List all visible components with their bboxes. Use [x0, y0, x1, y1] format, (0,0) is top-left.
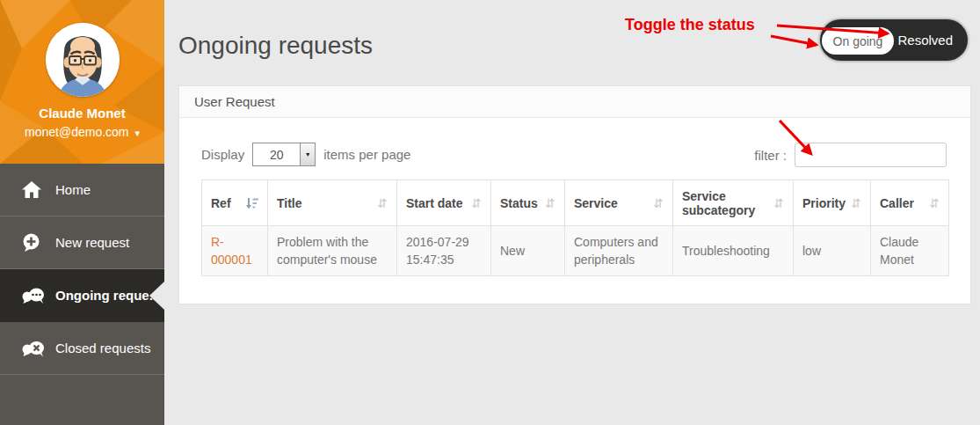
sort-icon: ⇵	[653, 196, 664, 210]
column-label: Caller	[880, 196, 914, 210]
column-label: Ref	[211, 196, 231, 210]
sidebar-item-label: Ongoing reque...	[55, 288, 160, 303]
toggle-option-ongoing[interactable]: On going	[822, 27, 894, 55]
home-icon	[22, 181, 45, 198]
sort-desc-icon	[245, 197, 258, 209]
status-toggle[interactable]: On going Resolved	[820, 19, 968, 61]
panel-title: User Request	[179, 86, 970, 118]
sort-icon: ⇵	[545, 196, 555, 210]
length-menu-prefix: Display	[201, 147, 244, 162]
length-menu-suffix: items per page	[323, 147, 410, 162]
ticket-link[interactable]: R-000001	[211, 235, 252, 267]
page-title: Ongoing requests	[178, 32, 373, 60]
column-label: Service subcategory	[682, 189, 770, 217]
sidebar-item-label: New request	[55, 235, 129, 250]
sidebar: Claude Monet monet@demo.com ▾ Home New r…	[0, 0, 164, 425]
table-header-row: Ref Title⇵ Start date⇵ Status⇵	[202, 180, 949, 226]
sort-icon: ⇵	[377, 196, 388, 210]
chevron-down-icon: ▾	[134, 128, 140, 138]
column-label: Service	[574, 196, 618, 210]
sidebar-item-label: Closed requests	[55, 341, 150, 355]
cell-ref: R-000001	[202, 226, 268, 276]
page-size-select[interactable]: 20 ▼	[252, 143, 316, 166]
column-label: Start date	[406, 196, 463, 210]
sidebar-item-new-request[interactable]: New request	[0, 216, 164, 269]
avatar-illustration	[46, 23, 120, 97]
sidebar-item-closed-requests[interactable]: Closed requests	[0, 322, 164, 375]
ongoing-requests-icon	[22, 287, 45, 304]
cell-service: Computers and peripherals	[565, 226, 673, 276]
column-header-start-date[interactable]: Start date⇵	[397, 180, 491, 226]
toggle-option-resolved[interactable]: Resolved	[897, 19, 953, 61]
filter-label: filter :	[754, 148, 787, 163]
column-header-service[interactable]: Service⇵	[565, 180, 673, 226]
sidebar-item-home[interactable]: Home	[0, 164, 164, 216]
cell-status: New	[491, 226, 565, 276]
new-request-icon	[22, 233, 45, 252]
sort-icon: ⇵	[929, 196, 940, 210]
avatar	[46, 23, 120, 97]
filter-box: filter :	[754, 143, 947, 167]
column-header-title[interactable]: Title⇵	[268, 180, 397, 226]
column-header-ref[interactable]: Ref	[202, 180, 268, 226]
cell-start-date: 2016-07-29 15:47:35	[397, 226, 491, 276]
user-request-panel: User Request Display 20 ▼ items per page…	[178, 85, 971, 304]
user-name: Claude Monet	[0, 106, 164, 121]
sort-icon: ⇵	[471, 196, 482, 210]
closed-requests-icon	[22, 340, 45, 357]
requests-table: Ref Title⇵ Start date⇵ Status⇵	[201, 180, 949, 276]
column-header-caller[interactable]: Caller⇵	[871, 180, 949, 226]
cell-caller: Claude Monet	[871, 226, 949, 276]
annotation-toggle-status: Toggle the status	[625, 16, 755, 34]
sidebar-item-label: Home	[55, 182, 91, 197]
profile-section: Claude Monet monet@demo.com ▾	[0, 0, 164, 164]
table-row[interactable]: R-000001 Problem with the computer's mou…	[202, 226, 949, 276]
length-menu: Display 20 ▼ items per page	[201, 143, 410, 166]
column-label: Status	[500, 196, 538, 210]
select-caret-icon: ▼	[300, 143, 315, 165]
cell-title: Problem with the computer's mouse	[268, 226, 397, 276]
user-email: monet@demo.com	[25, 125, 128, 139]
portal-page: Claude Monet monet@demo.com ▾ Home New r…	[0, 0, 980, 425]
sort-icon: ⇵	[773, 196, 784, 210]
cell-service-subcategory: Troubleshooting	[673, 226, 794, 276]
column-label: Priority	[802, 196, 846, 210]
user-menu-dropdown[interactable]: monet@demo.com ▾	[0, 125, 164, 139]
sort-icon: ⇵	[851, 196, 861, 210]
column-header-status[interactable]: Status⇵	[491, 180, 565, 226]
column-header-priority[interactable]: Priority⇵	[794, 180, 871, 226]
sidebar-item-ongoing-requests[interactable]: Ongoing reque...	[0, 269, 164, 322]
column-header-service-subcategory[interactable]: Service subcategory⇵	[673, 180, 794, 226]
filter-input[interactable]	[795, 143, 947, 167]
cell-priority: low	[794, 226, 871, 276]
page-size-value: 20	[270, 148, 284, 162]
column-label: Title	[277, 196, 302, 210]
